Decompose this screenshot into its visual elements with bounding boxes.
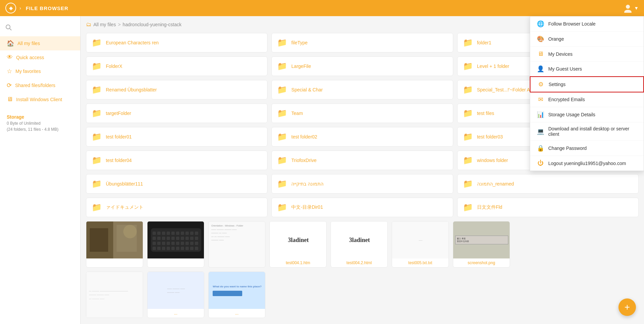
file-thumbnail: 3ladinet (270, 221, 327, 258)
folder-name: test files (477, 111, 494, 116)
dropdown-item-orange[interactable]: 🎨 Orange (530, 32, 644, 47)
svg-rect-24 (162, 237, 165, 240)
svg-rect-18 (181, 232, 184, 235)
folder-card[interactable]: 📁 התמונה_renamed (457, 174, 639, 194)
svg-rect-51 (195, 247, 198, 250)
dropdown-item-encrypted-emails[interactable]: ✉ Encrypted Emails (530, 92, 644, 107)
storage-label: Storage (7, 114, 74, 120)
folder-card[interactable]: 📁 LargeFile (271, 56, 453, 76)
sidebar-item-all-my-files[interactable]: 🏠All my files (0, 36, 80, 50)
dropdown-icon-locale: 🌐 (537, 20, 544, 28)
folder-icon: 📁 (92, 179, 102, 189)
file-name: test004.1.htm (270, 258, 326, 267)
svg-rect-49 (185, 247, 189, 250)
dropdown-chevron: ▼ (634, 5, 639, 11)
search-area[interactable] (0, 22, 80, 36)
storage-info: Storage 0 Byte of Unlimited (24 folders,… (0, 109, 80, 137)
folder-card[interactable]: 📁 targetFolder (86, 104, 267, 123)
dropdown-item-download-install[interactable]: 💻 Download and install desktop or server… (530, 122, 644, 141)
folder-name: test folder04 (106, 158, 132, 163)
dropdown-icon-settings: ⚙ (537, 81, 545, 88)
sidebar-item-my-favorites[interactable]: ☆My favorites (0, 64, 80, 78)
sidebar-label-install-windows: Install Windows Client (16, 97, 62, 102)
user-avatar-icon[interactable]: ▼ (623, 3, 639, 13)
svg-rect-20 (190, 232, 194, 235)
folder-name: Special & Char (291, 87, 323, 92)
breadcrumb-files-icon: 🗂 (86, 22, 91, 28)
sidebar-item-quick-access[interactable]: 👁Quick access (0, 50, 80, 64)
sidebar-item-shared-files[interactable]: ⟳Shared files/folders (0, 78, 80, 92)
svg-rect-7 (90, 228, 108, 252)
photo-card-keyboard[interactable] (147, 221, 204, 268)
folder-card[interactable]: 📁 fileType (271, 33, 453, 52)
photo-card-interior[interactable] (86, 221, 143, 268)
folder-name: Team (291, 111, 303, 116)
svg-point-0 (626, 5, 630, 9)
dropdown-item-settings[interactable]: ⚙ Settings (530, 76, 644, 92)
folder-card[interactable]: 📁 test folder01 (86, 127, 267, 147)
file-card[interactable]: 3ladinet test004.2.html (331, 221, 388, 268)
file-card[interactable]: Orientation - Windows - Folder —— ——— ——… (208, 221, 265, 268)
svg-rect-27 (176, 237, 179, 240)
svg-rect-36 (171, 242, 175, 245)
dropdown-label-my-devices: My Devices (548, 51, 572, 57)
breadcrumb-root[interactable]: All my files (93, 22, 116, 27)
folder-card[interactable]: 📁 TriofoxDrive (271, 151, 453, 170)
file-card[interactable]: 窗口 界面 某些中文内容 screenshot.png (453, 221, 510, 268)
svg-rect-14 (162, 232, 165, 235)
fab-button[interactable]: + (618, 298, 636, 316)
dropdown-item-storage-usage[interactable]: 📊 Storage Usage Details (530, 107, 644, 122)
storage-detail2: (24 folders, 11 files - 4.8 MB) (7, 127, 74, 132)
svg-rect-45 (167, 247, 170, 250)
folder-card[interactable]: 📁 European Characters ren (86, 33, 267, 52)
folder-card[interactable]: 📁 test folder04 (86, 151, 267, 170)
folder-card[interactable]: 📁 test folder02 (271, 127, 453, 147)
folder-name: test folder01 (106, 134, 132, 139)
file-card[interactable]: 3ladinet test004.1.htm (269, 221, 327, 268)
folder-icon: 📁 (92, 38, 102, 47)
dropdown-item-my-devices[interactable]: 🖥 My Devices (530, 47, 644, 62)
svg-rect-12 (153, 232, 156, 235)
folder-card[interactable]: 📁 Special & Char (271, 80, 453, 99)
search-icon[interactable] (5, 24, 12, 31)
sidebar-item-install-windows[interactable]: 🖥Install Windows Client (0, 92, 80, 106)
file-card[interactable]: — ——— ———————————— ——— ——— —— — ——— —— .… (86, 272, 143, 318)
file-name: ... (147, 309, 204, 318)
file-card[interactable]: —— ——— —— ——— —— ... (147, 272, 204, 318)
svg-rect-31 (195, 237, 198, 240)
folder-card[interactable]: 📁 FolderX (86, 56, 267, 76)
photo-thumbnail (147, 221, 204, 258)
folder-card[interactable]: 📁 日文文件Fld (457, 198, 639, 217)
header-left: ◈ › FILE BROWSER (5, 3, 69, 13)
dropdown-item-my-guest-users[interactable]: 👤 My Guest Users (530, 62, 644, 77)
folder-name: Level + 1 folder (477, 64, 509, 69)
folder-name: התמונה_renamed (477, 181, 514, 187)
folder-card[interactable]: 📁 Team (271, 104, 453, 123)
file-name: ... (209, 309, 265, 318)
folder-card[interactable]: 📁 Renamed Übungsblatter (86, 80, 267, 99)
folder-card[interactable]: 📁 ァイドキュメント (86, 198, 267, 217)
folder-icon: 📁 (92, 62, 102, 71)
svg-rect-21 (195, 232, 198, 235)
dropdown-item-change-password[interactable]: 🔒 Change Password (530, 141, 644, 156)
keyboard-image (147, 221, 204, 258)
storage-detail: 0 Byte of Unlimited (7, 121, 74, 126)
file-card[interactable]: — test005.txt.txt (392, 221, 449, 268)
breadcrumb-separator: > (118, 22, 121, 27)
sidebar-icon-install-windows: 🖥 (7, 96, 13, 103)
file-thumbnail: — (392, 221, 449, 258)
dropdown-item-logout[interactable]: ⏻ Logout yueningliu19951@yahoo.com (530, 156, 644, 171)
file-card-blue[interactable]: What do you want to name this place? ... (208, 272, 265, 318)
folder-card[interactable]: 📁 Übungsblätter111 (86, 174, 267, 194)
folder-icon: 📁 (277, 85, 287, 94)
svg-rect-41 (195, 242, 198, 245)
folder-card[interactable]: 📁 התמונה בתיקייה (271, 174, 453, 194)
folder-card[interactable]: 📁 中文-目录Dir01 (271, 198, 453, 217)
file-thumbnail: 3ladinet (331, 221, 388, 258)
folder-icon: 📁 (277, 38, 287, 47)
user-menu-trigger[interactable]: ▼ (623, 3, 639, 13)
svg-rect-23 (157, 237, 161, 240)
file-name (86, 258, 143, 262)
dropdown-item-locale[interactable]: 🌐 Follow Browser Locale (530, 16, 644, 32)
app-title: FILE BROWSER (26, 5, 69, 11)
